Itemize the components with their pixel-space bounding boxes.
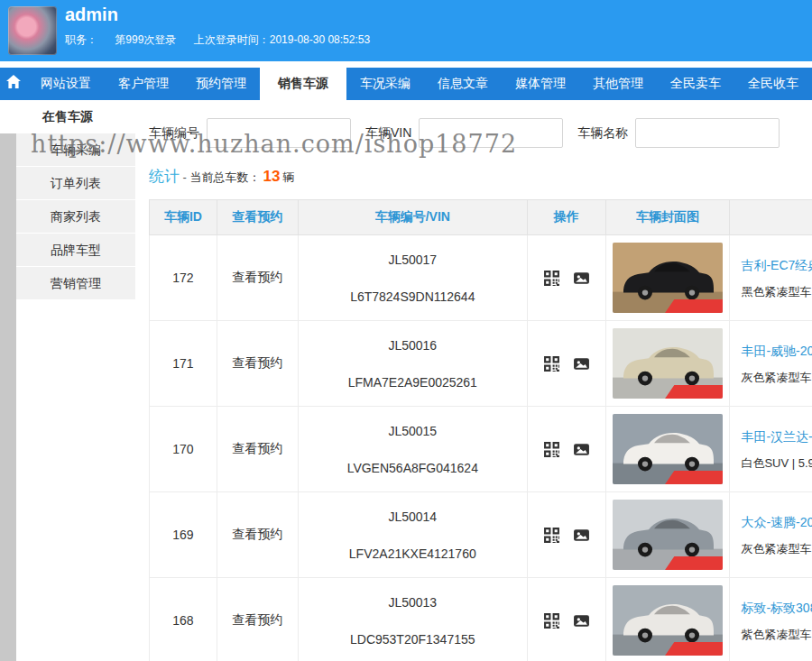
search-field-label: 车辆编号	[149, 125, 199, 142]
vehicle-id: 168	[172, 613, 193, 628]
nav-items: 网站设置客户管理预约管理销售车源车况采编信息文章媒体管理其他管理全民卖车全民收车	[27, 68, 812, 100]
car-name-link[interactable]: 大众-速腾-20	[741, 516, 812, 528]
search-input[interactable]	[207, 118, 351, 148]
view-booking-link[interactable]: 查看预约	[232, 355, 282, 372]
qrcode-icon[interactable]	[543, 441, 560, 458]
image-icon[interactable]	[573, 355, 590, 372]
stats-label: 当前总车数：	[190, 170, 261, 184]
nav-item[interactable]: 销售车源	[260, 68, 346, 100]
table-header-label: 车辆ID	[164, 209, 202, 225]
table-row: 170 查看预约 JL50015 LVGEN56A8FG041624	[149, 407, 812, 492]
sidebar-item[interactable]: 商家列表	[16, 200, 135, 234]
image-icon[interactable]	[573, 270, 590, 287]
car-name-link[interactable]: 吉利-EC7经典	[741, 259, 812, 271]
table-row: 171 查看预约 JL50016 LFMA7E2A9E0025261	[149, 321, 812, 407]
vehicle-code: JL50017	[388, 253, 437, 266]
car-photo[interactable]	[613, 585, 723, 656]
stats-sep: -	[180, 170, 190, 184]
view-booking-link[interactable]: 查看预约	[232, 612, 282, 629]
vehicle-id-cell: 168	[150, 578, 217, 661]
vehicle-vin: LVGEN56A8FG041624	[347, 462, 478, 474]
qrcode-icon[interactable]	[543, 612, 560, 629]
vehicle-id: 169	[172, 528, 193, 542]
nav-item[interactable]: 预约管理	[182, 68, 260, 100]
sidebar-item[interactable]: 车辆采编	[16, 133, 135, 167]
nav-item[interactable]: 网站设置	[27, 68, 105, 100]
table-header-row: 车辆ID查看预约车辆编号/VIN操作车辆封面图	[149, 199, 812, 235]
image-icon[interactable]	[573, 441, 590, 458]
stats-title: 统计	[149, 168, 180, 185]
nav-item-label: 预约管理	[196, 76, 246, 92]
nav-item[interactable]: 车况采编	[346, 68, 424, 100]
car-photo[interactable]	[613, 328, 723, 399]
nav-item-label: 网站设置	[41, 76, 91, 92]
stats-unit: 辆	[282, 170, 294, 184]
car-name-link[interactable]: 丰田-汉兰达-	[741, 430, 812, 443]
home-icon	[5, 74, 22, 94]
sidebar-item-label: 在售车源	[42, 109, 93, 124]
nav-item[interactable]: 客户管理	[105, 68, 182, 100]
nav-item[interactable]: 媒体管理	[502, 68, 579, 100]
view-booking-link[interactable]: 查看预约	[232, 270, 282, 286]
photo-cell	[606, 407, 731, 491]
sidebar-item[interactable]: 订单列表	[16, 167, 135, 200]
vehicle-id: 172	[172, 271, 193, 285]
vehicle-id-cell: 169	[150, 492, 217, 577]
table-header-cell: 车辆封面图	[606, 200, 731, 234]
sidebar-item[interactable]: 营销管理	[16, 267, 135, 300]
qrcode-icon[interactable]	[543, 270, 560, 287]
vehicle-code: JL50014	[388, 510, 437, 523]
search-input[interactable]	[635, 118, 780, 148]
main-nav: 网站设置客户管理预约管理销售车源车况采编信息文章媒体管理其他管理全民卖车全民收车	[0, 68, 812, 100]
booking-cell: 查看预约	[217, 321, 299, 406]
search-field-label: 车辆名称	[577, 125, 628, 142]
avatar[interactable]	[8, 6, 57, 55]
car-name-link[interactable]: 标致-标致308	[741, 601, 812, 614]
car-desc: 紫色紧凑型车	[741, 629, 811, 640]
view-booking-link[interactable]: 查看预约	[232, 441, 282, 457]
car-photo[interactable]	[613, 500, 723, 570]
nav-item[interactable]: 全民卖车	[657, 68, 734, 100]
sidebar-item[interactable]: 在售车源	[0, 100, 135, 133]
image-icon[interactable]	[573, 612, 590, 629]
name-cell: 丰田-威驰-20 灰色紧凑型车	[730, 321, 812, 406]
nav-home[interactable]	[0, 68, 27, 100]
stats-line: 统计 - 当前总车数：13辆	[149, 166, 812, 187]
photo-cell	[606, 578, 731, 661]
nav-item[interactable]: 全民收车	[734, 68, 812, 100]
ops-cell	[528, 578, 606, 661]
photo-cell	[606, 235, 731, 320]
nav-item-label: 其他管理	[593, 76, 643, 92]
ops-cell	[528, 321, 606, 406]
username: admin	[65, 5, 118, 25]
nav-item[interactable]: 信息文章	[424, 68, 502, 100]
photo-cell	[606, 321, 731, 406]
sidebar-item[interactable]: 品牌车型	[16, 234, 135, 267]
nav-item-label: 信息文章	[438, 76, 488, 92]
sidebar-item-label: 订单列表	[51, 176, 101, 190]
view-booking-link[interactable]: 查看预约	[232, 527, 282, 543]
booking-cell: 查看预约	[217, 235, 299, 320]
qrcode-icon[interactable]	[543, 527, 560, 544]
search-field: 车辆编号	[149, 118, 351, 148]
car-photo[interactable]	[613, 414, 723, 484]
ops-cell	[528, 492, 606, 577]
search-field: 车辆名称	[577, 118, 780, 148]
table-header-cell: 车辆ID	[150, 200, 217, 234]
table-header-label: 查看预约	[232, 209, 282, 225]
photo-cell	[606, 492, 731, 577]
car-name-link[interactable]: 丰田-威驰-20	[741, 344, 812, 357]
search-input[interactable]	[419, 118, 563, 148]
table-header-label: 操作	[554, 209, 579, 225]
image-icon[interactable]	[573, 527, 590, 544]
top-header: admin 职务： 第999次登录 上次登录时间：2019-08-30 08:5…	[0, 0, 812, 61]
qrcode-icon[interactable]	[543, 355, 560, 372]
car-photo[interactable]	[613, 243, 723, 313]
code-vin-cell: JL50014 LFV2A21KXE4121760	[299, 492, 528, 577]
table-row: 172 查看预约 JL50017 L6T7824S9DN112644	[149, 235, 812, 321]
sidebar: 在售车源车辆采编订单列表商家列表品牌车型营销管理	[0, 100, 135, 661]
vehicle-vin: L6T7824S9DN112644	[350, 290, 475, 303]
vehicle-id: 170	[172, 442, 193, 456]
table-header-label: 车辆封面图	[636, 209, 699, 225]
nav-item[interactable]: 其他管理	[579, 68, 657, 100]
